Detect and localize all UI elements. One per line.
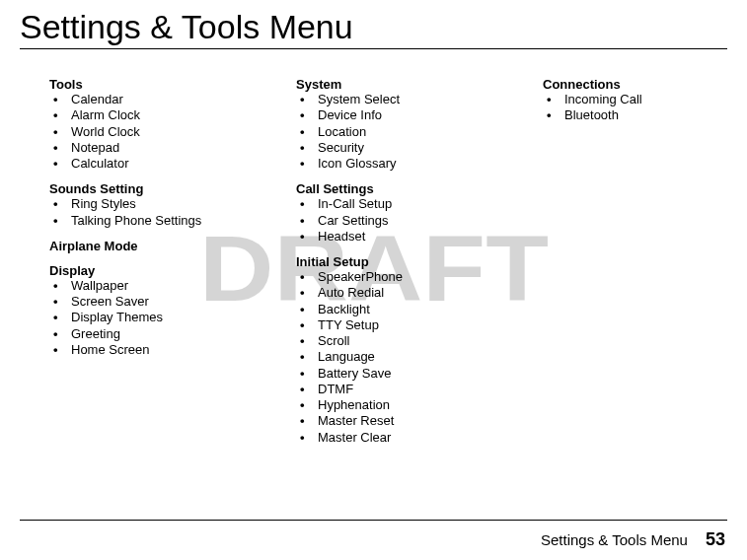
- section-head-call: Call Settings: [296, 181, 513, 196]
- section-head-connections: Connections: [543, 77, 720, 92]
- list-item: Icon Glossary: [296, 156, 513, 172]
- list-item: Alarm Clock: [49, 107, 266, 123]
- list-item: Wallpaper: [49, 278, 266, 294]
- column-2: System System Select Device Info Locatio…: [296, 77, 513, 450]
- page-content: Settings & Tools Menu Tools Calendar Ala…: [0, 0, 747, 450]
- section-head-airplane: Airplane Mode: [49, 239, 266, 253]
- section-head-system: System: [296, 77, 513, 92]
- list-item: In-Call Setup: [296, 196, 513, 212]
- list-item: TTY Setup: [296, 317, 513, 333]
- list-item: Scroll: [296, 333, 513, 349]
- section-head-sounds: Sounds Setting: [49, 181, 266, 196]
- tools-list: Calendar Alarm Clock World Clock Notepad…: [49, 92, 266, 172]
- list-item: Auto Redial: [296, 285, 513, 301]
- list-item: Bluetooth: [543, 107, 720, 123]
- section-head-display: Display: [49, 263, 266, 278]
- list-item: Screen Saver: [49, 294, 266, 310]
- list-item: Location: [296, 124, 513, 140]
- list-item: Battery Save: [296, 366, 513, 382]
- column-3: Connections Incoming Call Bluetooth: [543, 77, 720, 450]
- call-list: In-Call Setup Car Settings Headset: [296, 196, 513, 245]
- list-item: Headset: [296, 229, 513, 245]
- footer: Settings & Tools Menu 53: [541, 529, 725, 550]
- list-item: Language: [296, 349, 513, 365]
- column-1: Tools Calendar Alarm Clock World Clock N…: [49, 77, 266, 450]
- list-item: World Clock: [49, 124, 266, 140]
- sounds-list: Ring Styles Talking Phone Settings: [49, 196, 266, 229]
- list-item: Hyphenation: [296, 397, 513, 413]
- footer-rule: [20, 520, 727, 521]
- list-item: Master Clear: [296, 430, 513, 446]
- list-item: Calendar: [49, 92, 266, 107]
- list-item: Ring Styles: [49, 196, 266, 212]
- initial-list: SpeakerPhone Auto Redial Backlight TTY S…: [296, 269, 513, 446]
- page-number: 53: [706, 529, 725, 550]
- list-item: Home Screen: [49, 342, 266, 358]
- list-item: Device Info: [296, 107, 513, 123]
- menu-columns: Tools Calendar Alarm Clock World Clock N…: [20, 77, 727, 450]
- page-title: Settings & Tools Menu: [20, 8, 727, 46]
- display-list: Wallpaper Screen Saver Display Themes Gr…: [49, 278, 266, 358]
- list-item: Display Themes: [49, 310, 266, 325]
- list-item: Car Settings: [296, 213, 513, 229]
- list-item: Notepad: [49, 140, 266, 156]
- list-item: SpeakerPhone: [296, 269, 513, 285]
- list-item: Master Reset: [296, 413, 513, 429]
- list-item: Incoming Call: [543, 92, 720, 107]
- list-item: Calculator: [49, 156, 266, 172]
- connections-list: Incoming Call Bluetooth: [543, 92, 720, 124]
- list-item: Security: [296, 140, 513, 156]
- section-head-tools: Tools: [49, 77, 266, 92]
- list-item: System Select: [296, 92, 513, 107]
- list-item: DTMF: [296, 382, 513, 397]
- title-rule: [20, 48, 727, 49]
- list-item: Greeting: [49, 326, 266, 342]
- list-item: Backlight: [296, 302, 513, 317]
- section-head-initial: Initial Setup: [296, 254, 513, 269]
- footer-title: Settings & Tools Menu: [541, 531, 688, 548]
- system-list: System Select Device Info Location Secur…: [296, 92, 513, 172]
- list-item: Talking Phone Settings: [49, 213, 266, 229]
